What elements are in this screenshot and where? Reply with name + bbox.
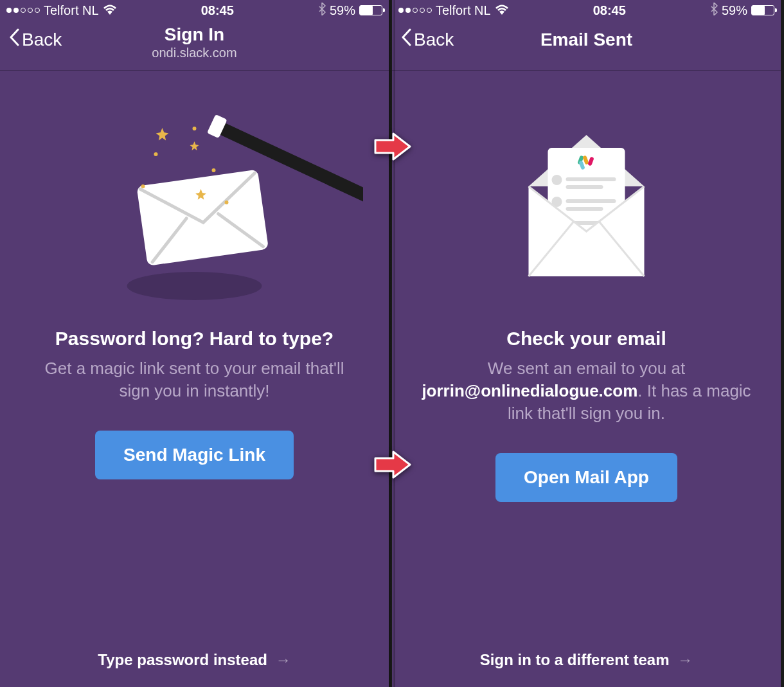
send-magic-link-button[interactable]: Send Magic Link: [95, 431, 294, 479]
svg-point-10: [141, 184, 145, 188]
chevron-left-icon: [401, 28, 411, 51]
svg-point-17: [552, 175, 562, 185]
battery-percent: 59%: [330, 3, 355, 18]
wifi-icon: [103, 3, 117, 18]
svg-rect-21: [566, 199, 616, 203]
arrow-right-icon: →: [677, 651, 693, 668]
back-label: Back: [22, 30, 62, 50]
back-button[interactable]: Back: [9, 28, 62, 51]
status-bar: Telfort NL 08:45 59%: [0, 0, 389, 21]
status-time: 08:45: [593, 3, 626, 18]
nav-bar: Back Sign In ondi.slack.com: [0, 21, 389, 71]
transition-arrow-icon: [374, 450, 413, 479]
nav-bar: Back Email Sent: [392, 21, 781, 71]
svg-marker-4: [156, 128, 169, 141]
svg-marker-5: [190, 141, 199, 150]
carrier-label: Telfort NL: [436, 3, 491, 18]
svg-rect-19: [566, 185, 603, 189]
status-time: 08:45: [201, 3, 234, 18]
carrier-label: Telfort NL: [44, 3, 99, 18]
magic-envelope-illustration: [26, 96, 363, 308]
subtext-prefix: We sent an email to you at: [488, 359, 685, 378]
footer-label: Sign in to a different team: [480, 651, 670, 668]
wifi-icon: [495, 3, 509, 18]
status-bar: Telfort NL 08:45 59%: [392, 0, 781, 21]
footer-label: Type password instead: [98, 651, 267, 668]
bluetooth-icon: [318, 3, 326, 19]
open-envelope-illustration: [418, 96, 755, 308]
signal-dots-icon: [6, 8, 40, 13]
transition-arrow-icon: [374, 132, 413, 161]
svg-point-0: [127, 272, 262, 300]
svg-point-7: [154, 152, 158, 156]
svg-point-8: [193, 127, 197, 130]
svg-rect-18: [566, 177, 616, 181]
svg-point-9: [212, 168, 216, 172]
svg-rect-22: [566, 207, 603, 211]
svg-point-11: [225, 201, 229, 204]
battery-icon: [359, 5, 382, 15]
svg-rect-1: [137, 170, 269, 266]
headline: Check your email: [506, 328, 666, 350]
chevron-left-icon: [9, 28, 19, 51]
type-password-link[interactable]: Type password instead →: [0, 651, 389, 669]
battery-percent: 59%: [722, 3, 747, 18]
different-team-link[interactable]: Sign in to a different team →: [392, 651, 781, 669]
screen-email-sent: Telfort NL 08:45 59% Ba: [392, 0, 781, 687]
bluetooth-icon: [710, 3, 718, 19]
arrow-right-icon: →: [276, 651, 291, 668]
battery-icon: [751, 5, 774, 15]
subtext: We sent an email to you at jorrin@online…: [420, 357, 754, 425]
back-label: Back: [414, 30, 454, 50]
screen-sign-in: Telfort NL 08:45 59% Ba: [0, 0, 389, 687]
open-mail-app-button[interactable]: Open Mail App: [495, 453, 677, 502]
subtext: Get a magic link sent to your email that…: [28, 357, 362, 402]
headline: Password long? Hard to type?: [55, 328, 334, 350]
signal-dots-icon: [398, 8, 432, 13]
email-address: jorrin@onlinedialogue.com: [422, 381, 637, 400]
back-button[interactable]: Back: [401, 28, 454, 51]
